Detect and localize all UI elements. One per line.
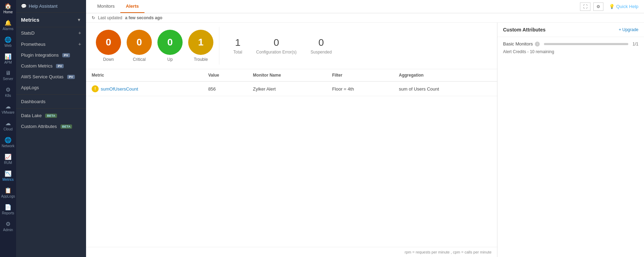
nav-item-server[interactable]: 🖥 Server <box>0 67 16 84</box>
nav-label-cloud: Cloud <box>3 127 13 131</box>
progress-row: Basic Monitors i 1/1 <box>503 41 638 47</box>
circle-critical: 0 <box>127 30 152 55</box>
config-error-label: Configuration Error(s) <box>256 50 296 55</box>
settings-icon[interactable]: ⚙ <box>593 2 603 11</box>
pv-badge-aws: PV <box>67 75 75 79</box>
sidebar: 💬 Help Assistant Metrics ▼ StatsD + Moni… <box>16 0 86 257</box>
last-updated-time: a few seconds ago <box>125 15 162 20</box>
col-aggregation: Aggregation <box>393 69 497 81</box>
table-row: ! sumOfUsersCount 856 Zylker Alert Floor… <box>86 81 497 96</box>
nav-label-alarms: Alarms <box>2 27 13 31</box>
sidebar-title: Metrics <box>21 17 40 23</box>
sidebar-label-custom-metrics: Custom Metrics <box>21 63 52 69</box>
progress-value: 1/1 <box>632 42 638 47</box>
help-assistant[interactable]: 💬 Help Assistant <box>16 0 86 13</box>
sidebar-item-custom-attributes[interactable]: Custom Attributes BETA <box>16 121 86 132</box>
nav-label-reports: Reports <box>2 211 14 215</box>
nav-item-rum[interactable]: 📈 RUM <box>0 151 16 167</box>
sidebar-item-prometheus[interactable]: Monitors Prometheus + <box>16 38 86 50</box>
sub-header: ↻ Last updated a few seconds ago <box>86 13 644 23</box>
footer-note: rpm = requests per minute , cpm = calls … <box>86 247 497 257</box>
status-counts: 1 Total 0 Configuration Error(s) 0 Suspe… <box>219 27 346 65</box>
col-value: Value <box>203 69 247 81</box>
left-navigation: 🏠 Home 🔔 Alarms 🌐 Web 📊 APM 🖥 Server ⚙ K… <box>0 0 16 257</box>
nav-item-reports[interactable]: 📄 Reports <box>0 201 16 218</box>
tab-monitors[interactable]: Monitors <box>92 0 120 13</box>
sidebar-item-custom-metrics[interactable]: Custom Metrics PV <box>16 60 86 71</box>
content-area: 0 Down 0 Critical 0 Up <box>86 23 644 257</box>
nav-item-web[interactable]: 🌐 Web <box>0 34 16 50</box>
nav-label-server: Server <box>3 77 13 81</box>
metric-link[interactable]: sumOfUsersCount <box>101 86 138 92</box>
nav-label-vmware: VMware <box>2 110 15 114</box>
nav-item-home[interactable]: 🏠 Home <box>0 0 16 17</box>
sidebar-item-aws-service-quotas[interactable]: AWS Service Quotas PV <box>16 71 86 82</box>
sidebar-divider-1 <box>16 94 86 95</box>
nav-item-applogs[interactable]: 📋 AppLogs <box>0 184 16 201</box>
nav-item-vmware[interactable]: ☁ VMware <box>0 100 16 117</box>
sidebar-divider-2 <box>16 108 86 109</box>
nav-label-home: Home <box>3 10 13 14</box>
tab-alerts[interactable]: Alerts <box>120 0 144 13</box>
reports-icon: 📄 <box>5 204 12 210</box>
nav-item-alarms[interactable]: 🔔 Alarms <box>0 17 16 34</box>
count-config-error: 0 Configuration Error(s) <box>256 37 296 55</box>
right-panel: Custom Attributes + Upgrade Basic Monito… <box>497 23 644 257</box>
sidebar-label-dashboards: Dashboards <box>21 99 45 104</box>
right-panel-header: Custom Attributes + Upgrade <box>497 23 644 37</box>
circle-up: 0 <box>157 30 183 55</box>
help-assistant-label: Help Assistant <box>29 3 57 9</box>
right-panel-body: Basic Monitors i 1/1 Alert Credits - 10 … <box>497 37 644 58</box>
cell-monitor-name: Zylker Alert <box>247 81 326 96</box>
cell-aggregation: sum of Users Count <box>393 81 497 96</box>
progress-bar-container <box>544 43 628 45</box>
quick-help-icon: 💡 <box>609 4 615 9</box>
nav-item-metrics[interactable]: 📉 Metrics <box>0 167 16 184</box>
count-suspended: 0 Suspended <box>311 37 332 55</box>
sidebar-item-applogs[interactable]: AppLogs <box>16 82 86 93</box>
circle-down: 0 <box>96 30 121 55</box>
metrics-icon: 📉 <box>5 170 12 177</box>
nav-item-admin[interactable]: ⚙ Admin <box>0 218 16 235</box>
k8s-icon: ⚙ <box>6 86 10 93</box>
col-monitor-name: Monitor Name <box>247 69 326 81</box>
nav-item-k8s[interactable]: ⚙ K8s <box>0 84 16 100</box>
critical-label: Critical <box>133 57 146 62</box>
sidebar-item-plugin-integrations[interactable]: Plugin Integrations PV <box>16 50 86 60</box>
add-statsd-button[interactable]: + <box>78 30 81 36</box>
nav-label-network: Network <box>2 144 15 148</box>
refresh-icon[interactable]: ↻ <box>92 15 95 20</box>
status-up: 0 Up <box>157 30 183 62</box>
server-icon: 🖥 <box>5 70 11 76</box>
sidebar-label-data-lake: Data Lake <box>21 113 42 118</box>
right-panel-title: Custom Attributes <box>503 27 546 33</box>
add-prometheus-button[interactable]: + <box>78 41 81 47</box>
expand-icon[interactable]: ⛶ <box>580 2 590 11</box>
tabs: Monitors Alerts <box>92 0 144 13</box>
home-icon: 🏠 <box>5 3 12 9</box>
status-down: 0 Down <box>96 30 121 62</box>
circle-trouble: 1 <box>188 30 213 55</box>
progress-label: Basic Monitors i <box>503 41 540 47</box>
sidebar-item-data-lake[interactable]: Data Lake BETA <box>16 110 86 121</box>
nav-item-network[interactable]: 🌐 Network <box>0 134 16 151</box>
info-icon[interactable]: i <box>535 42 540 47</box>
count-total: 1 Total <box>233 37 242 55</box>
status-critical: 0 Critical <box>127 30 152 62</box>
sidebar-label-plugin-integrations: Plugin Integrations <box>21 52 59 58</box>
cell-value: 856 <box>203 81 247 96</box>
quick-help-button[interactable]: 💡 Quick Help <box>609 4 638 9</box>
status-circles: 0 Down 0 Critical 0 Up <box>90 27 219 65</box>
pv-badge-custom-metrics: PV <box>56 64 64 68</box>
chevron-down-icon: ▼ <box>77 17 81 22</box>
nav-item-cloud[interactable]: ☁ Cloud <box>0 117 16 134</box>
network-icon: 🌐 <box>5 137 12 143</box>
nav-label-applogs: AppLogs <box>1 194 15 198</box>
sidebar-item-statsd[interactable]: StatsD + <box>16 27 86 38</box>
sidebar-label-applogs: AppLogs <box>21 85 39 90</box>
main-content: Monitors Alerts ⛶ ⚙ 💡 Quick Help ↻ Last … <box>86 0 644 257</box>
upgrade-link[interactable]: + Upgrade <box>619 27 638 32</box>
sidebar-item-dashboards[interactable]: Dashboards <box>16 96 86 107</box>
cell-filter: Floor = 4th <box>326 81 393 96</box>
nav-item-apm[interactable]: 📊 APM <box>0 50 16 67</box>
